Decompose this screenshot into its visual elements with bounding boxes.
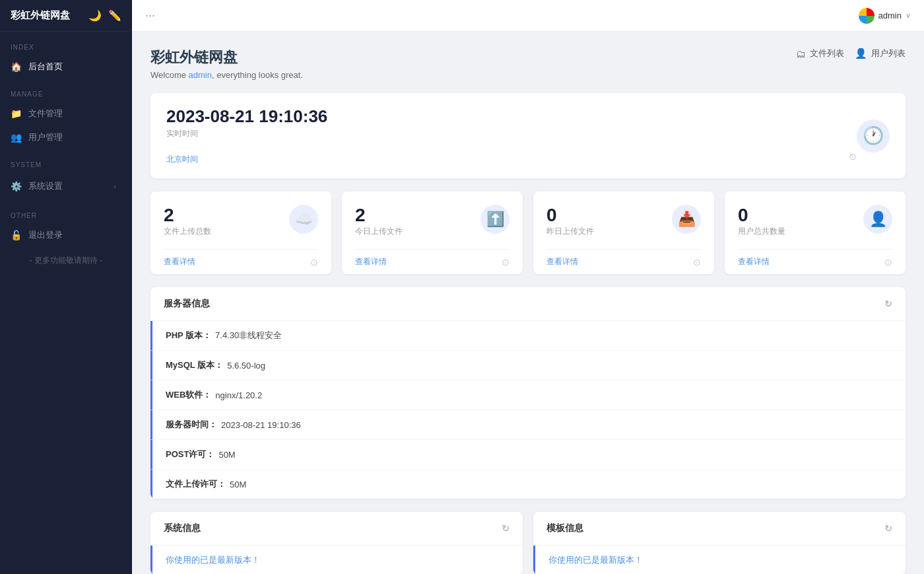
sidebar-item-home-label: 后台首页 <box>28 61 63 73</box>
sidebar-logo-icons: 🌙 ✏️ <box>88 9 121 22</box>
stat-number-1: 2 <box>355 205 403 226</box>
content-area: 彩虹外链网盘 Welcome admin, everything looks g… <box>132 32 924 574</box>
stat-circle-icon-3: ⊙ <box>884 257 892 268</box>
template-info-row-0: 你使用的已是最新版本！ <box>533 546 906 574</box>
sidebar-item-settings[interactable]: ⚙️ 系统设置 ‹ <box>0 172 132 200</box>
server-info-row-3: 服务器时间： 2023-08-21 19:10:36 <box>150 410 906 440</box>
logout-icon: 🔓 <box>11 230 22 240</box>
section-label-index: INDEX <box>0 32 132 55</box>
home-icon: 🏠 <box>11 61 22 72</box>
collapse-icon[interactable]: ‹ <box>108 178 121 194</box>
stat-icon-2: 📥 <box>672 205 701 234</box>
sidebar-more-text: - 更多功能敬请期待 - <box>0 247 132 274</box>
template-info-body: 你使用的已是最新版本！ <box>533 546 906 574</box>
server-info-label-4: POST许可： <box>166 448 214 460</box>
server-info-card: 服务器信息 ↻ PHP 版本： 7.4.30非线程安全 MySQL 版本： 5.… <box>150 287 906 499</box>
time-label: 实时时间 <box>166 128 857 139</box>
stat-link-2[interactable]: 查看详情 <box>546 256 578 268</box>
sidebar-item-files[interactable]: 📁 文件管理 <box>0 102 132 126</box>
stat-label-3: 用户总共数量 <box>738 226 785 237</box>
bottom-grid: 系统信息 ↻ 你使用的已是最新版本！ 模板信息 ↻ 你使用的已是最新版本！ <box>150 512 906 574</box>
server-info-label-0: PHP 版本： <box>166 330 211 341</box>
page-title: 彩虹外链网盘 <box>150 48 303 67</box>
menu-dots[interactable]: ··· <box>145 9 155 22</box>
time-card-left: 2023-08-21 19:10:36 实时时间 北京时间 ⊙ <box>166 106 857 165</box>
stat-icon-0: ☁️ <box>289 205 318 234</box>
sidebar: 彩虹外链网盘 🌙 ✏️ INDEX 🏠 后台首页 MANAGE 📁 文件管理 👥… <box>0 0 132 574</box>
app-name: 彩虹外链网盘 <box>11 9 70 22</box>
user-list-button[interactable]: 👤 用户列表 <box>855 48 906 59</box>
template-info-card: 模板信息 ↻ 你使用的已是最新版本！ <box>533 512 906 574</box>
server-info-row-4: POST许可： 50M <box>150 440 906 470</box>
stat-link-3[interactable]: 查看详情 <box>738 256 770 268</box>
stat-number-3: 0 <box>738 205 785 226</box>
server-info-row-2: WEB软件： nginx/1.20.2 <box>150 380 906 410</box>
subtitle-user: admin <box>189 70 212 80</box>
user-list-icon: 👤 <box>855 48 867 59</box>
server-info-value-3: 2023-08-21 19:10:36 <box>221 420 301 430</box>
stat-number-0: 2 <box>164 205 211 226</box>
stat-icon-1: ⬆️ <box>480 205 510 234</box>
sidebar-item-users[interactable]: 👥 用户管理 <box>0 126 132 149</box>
file-list-icon: 🗂 <box>796 48 806 59</box>
stat-circle-icon-1: ⊙ <box>502 257 510 268</box>
time-display: 2023-08-21 19:10:36 <box>166 106 857 127</box>
clock-icon: 🕐 <box>857 120 890 153</box>
server-info-label-5: 文件上传许可： <box>166 478 226 490</box>
server-info-value-2: nginx/1.20.2 <box>215 390 262 400</box>
file-list-button[interactable]: 🗂 文件列表 <box>796 48 844 59</box>
file-list-label: 文件列表 <box>810 48 844 59</box>
chevron-down-icon[interactable]: ∨ <box>906 11 911 20</box>
server-info-value-1: 5.6.50-log <box>227 361 265 371</box>
stat-label-1: 今日上传文件 <box>355 226 403 237</box>
time-card: 2023-08-21 19:10:36 实时时间 北京时间 ⊙ 🕐 <box>150 93 906 178</box>
time-zone: 北京时间 <box>166 154 198 165</box>
stat-label-0: 文件上传总数 <box>164 226 211 237</box>
sidebar-item-users-label: 用户管理 <box>28 131 63 143</box>
stat-link-0[interactable]: 查看详情 <box>164 256 195 268</box>
sidebar-item-logout-label: 退出登录 <box>28 229 63 241</box>
stat-link-1[interactable]: 查看详情 <box>355 256 387 268</box>
page-actions: 🗂 文件列表 👤 用户列表 <box>796 48 906 59</box>
time-refresh-icon[interactable]: ⊙ <box>849 151 857 162</box>
server-info-value-0: 7.4.30非线程安全 <box>215 330 282 341</box>
system-info-refresh-icon[interactable]: ↻ <box>502 523 510 534</box>
server-info-row-1: MySQL 版本： 5.6.50-log <box>150 351 906 380</box>
system-info-body: 你使用的已是最新版本！ <box>150 546 523 574</box>
moon-icon[interactable]: 🌙 <box>88 9 102 22</box>
section-label-other: OTHER <box>0 200 132 223</box>
system-info-row-0: 你使用的已是最新版本！ <box>150 546 523 574</box>
server-info-refresh-icon[interactable]: ↻ <box>884 299 892 309</box>
admin-name: admin <box>878 11 902 20</box>
section-label-manage: MANAGE <box>0 79 132 102</box>
server-info-value-5: 50M <box>230 480 246 489</box>
stat-label-2: 昨日上传文件 <box>546 226 594 237</box>
stat-card-today-uploads: 2 今日上传文件 ⬆️ 查看详情 ⊙ <box>342 192 523 274</box>
template-info-title: 模板信息 <box>546 522 583 534</box>
subtitle-suffix: , everything looks great. <box>212 70 303 80</box>
stat-icon-3: 👤 <box>863 205 892 234</box>
gear-icon: ⚙️ <box>11 181 22 192</box>
main-area: ··· admin ∨ 彩虹外链网盘 Welcome admin, everyt… <box>132 0 924 574</box>
system-info-title: 系统信息 <box>164 522 201 534</box>
sidebar-item-settings-label: 系统设置 <box>28 180 63 192</box>
topbar: ··· admin ∨ <box>132 0 924 32</box>
system-info-header: 系统信息 ↻ <box>150 512 523 546</box>
stat-circle-icon-0: ⊙ <box>310 257 318 268</box>
topbar-left: ··· <box>145 9 155 22</box>
stat-card-total-users: 0 用户总共数量 👤 查看详情 ⊙ <box>725 192 906 274</box>
stat-card-yesterday-uploads: 0 昨日上传文件 📥 查看详情 ⊙ <box>533 192 714 274</box>
template-info-update-text: 你使用的已是最新版本！ <box>548 554 643 566</box>
sidebar-item-logout[interactable]: 🔓 退出登录 <box>0 223 132 247</box>
server-info-header: 服务器信息 ↻ <box>150 287 906 321</box>
system-info-card: 系统信息 ↻ 你使用的已是最新版本！ <box>150 512 523 574</box>
user-list-label: 用户列表 <box>871 48 906 59</box>
sidebar-item-home[interactable]: 🏠 后台首页 <box>0 55 132 79</box>
stat-circle-icon-2: ⊙ <box>693 257 701 268</box>
server-info-label-3: 服务器时间： <box>166 419 217 431</box>
users-icon: 👥 <box>11 132 22 143</box>
pen-icon[interactable]: ✏️ <box>108 9 121 22</box>
admin-avatar <box>859 8 874 24</box>
system-info-update-text: 你使用的已是最新版本！ <box>166 554 260 566</box>
template-info-refresh-icon[interactable]: ↻ <box>884 523 892 534</box>
